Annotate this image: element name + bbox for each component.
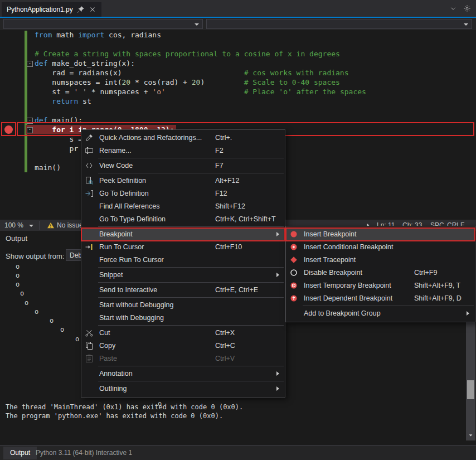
menu-icon-empty — [85, 255, 94, 264]
menu-item-annotation[interactable]: Annotation — [81, 367, 285, 380]
code-line[interactable]: -def make_dot_string(x): — [0, 59, 476, 68]
menu-item-find-all-references[interactable]: Find All ReferencesShift+F12 — [81, 200, 285, 213]
navigation-bar — [0, 18, 476, 30]
menu-shortcut: Ctrl+V — [215, 355, 235, 362]
menu-item-label: Cut — [99, 329, 110, 337]
menu-shortcut: F7 — [215, 162, 224, 170]
code-text: # Create a string with spaces proportion… — [35, 49, 340, 59]
menu-shortcut: Ctrl+. — [215, 134, 232, 142]
code-text: def make_dot_string(x): — [35, 59, 135, 68]
menu-item-rename[interactable]: Rename...F2 — [81, 144, 285, 157]
menu-shortcut: Alt+F12 — [215, 177, 239, 185]
menu-item-start-with-debugging[interactable]: Start with Debugging — [81, 312, 285, 325]
menu-item-label: Go To Type Definition — [99, 215, 166, 223]
menu-item-disable-breakpoint[interactable]: Disable BreakpointCtrl+F9 — [286, 267, 475, 279]
document-tab-title: PythonApplication1.py — [7, 6, 73, 13]
menu-item-label: Outlining — [99, 385, 127, 393]
submenu-arrow-icon — [276, 371, 279, 376]
close-icon[interactable] — [89, 6, 96, 13]
menu-item-label: Insert Breakpoint — [304, 230, 357, 238]
menu-item-add-to-breakpoint-group[interactable]: Add to Breakpoint Group — [286, 307, 475, 320]
menu-shortcut: F12 — [215, 190, 227, 197]
menu-item-peek-definition[interactable]: Peek DefinitionAlt+F12 — [81, 175, 285, 187]
menu-item-send-to-interactive[interactable]: Send to InteractiveCtrl+E, Ctrl+E — [81, 284, 285, 297]
menu-shortcut: Ctrl+F9 — [414, 269, 437, 277]
panel-tab-bar: Output Python 3.11 (64-bit) Interactive … — [0, 445, 476, 460]
menu-item-paste[interactable]: PasteCtrl+V — [81, 352, 285, 365]
menu-item-outlining[interactable]: Outlining — [81, 382, 285, 395]
menu-item-quick-actions-and-refactorings[interactable]: Quick Actions and Refactorings...Ctrl+. — [81, 132, 285, 144]
code-line[interactable]: rad = radians(x) # cos works with radian… — [0, 68, 476, 78]
code-line[interactable]: st = ' ' * numspaces + 'o' # Place 'o' a… — [0, 87, 476, 96]
menu-item-force-run-to-cursor[interactable]: Force Run To Cursor — [81, 254, 285, 267]
menu-item-label: Disable Breakpoint — [304, 269, 362, 277]
code-line[interactable]: # Create a string with spaces proportion… — [0, 49, 476, 59]
vs-window: { "window": { "doc_tab": "PythonApplicat… — [0, 0, 476, 460]
tracepoint-icon — [289, 255, 298, 264]
menu-item-label: Rename... — [99, 147, 132, 154]
dependent-breakpoint-icon — [289, 294, 298, 303]
menu-shortcut: Ctrl+K, Ctrl+Shift+T — [215, 215, 276, 223]
code-line[interactable]: return st — [0, 96, 476, 106]
menu-separator — [98, 226, 284, 227]
menu-item-label: Add to Breakpoint Group — [304, 309, 381, 317]
menu-item-insert-dependent-breakpoint[interactable]: Insert Dependent BreakpointShift+Alt+F9,… — [286, 292, 475, 305]
member-dropdown[interactable] — [206, 19, 472, 29]
code-text: numspaces = int(20 * cos(rad) + 20) # Sc… — [35, 78, 340, 87]
menu-shortcut: Shift+F12 — [215, 202, 245, 210]
menu-item-view-code[interactable]: View CodeF7 — [81, 159, 285, 172]
menu-item-snippet[interactable]: Snippet — [81, 269, 285, 282]
menu-separator — [303, 306, 474, 306]
menu-item-label: Run To Cursor — [99, 243, 144, 251]
menu-item-run-to-cursor[interactable]: Run To CursorCtrl+F10 — [81, 241, 285, 254]
submenu-arrow-icon — [276, 232, 279, 236]
output-panel-title: Output — [6, 234, 27, 243]
menu-item-copy[interactable]: CopyCtrl+C — [81, 340, 285, 352]
code-line[interactable] — [0, 40, 476, 49]
breakpoint-submenu: Insert BreakpointInsert Conditional Brea… — [285, 226, 475, 322]
gear-icon[interactable] — [463, 4, 470, 12]
go-to-definition-icon — [85, 189, 94, 198]
menu-item-insert-breakpoint[interactable]: Insert Breakpoint — [286, 228, 475, 241]
menu-item-insert-tracepoint[interactable]: Insert Tracepoint — [286, 254, 475, 267]
menu-shortcut: Shift+Alt+F9, D — [414, 294, 462, 302]
tab-output[interactable]: Output — [3, 447, 37, 459]
menu-item-go-to-definition[interactable]: Go To DefinitionF12 — [81, 187, 285, 200]
chevron-down-icon[interactable] — [449, 4, 456, 12]
menu-item-label: Start with Debugging — [99, 314, 164, 322]
code-line[interactable] — [0, 106, 476, 115]
menu-separator — [98, 158, 284, 158]
submenu-arrow-icon — [467, 311, 469, 316]
menu-item-insert-temporary-breakpoint[interactable]: Insert Temporary BreakpointShift+Alt+F9,… — [286, 279, 475, 292]
menu-item-insert-conditional-breakpoint[interactable]: Insert Conditional Breakpoint — [286, 241, 475, 254]
menu-separator — [98, 366, 284, 366]
annotation-box-gutter — [1, 122, 16, 136]
scroll-down-icon[interactable] — [467, 432, 474, 439]
menu-item-label: Insert Conditional Breakpoint — [304, 243, 394, 251]
menu-icon-empty — [85, 369, 94, 378]
zoom-control[interactable]: 100 % — [4, 221, 23, 229]
tab-python-interactive[interactable]: Python 3.11 (64-bit) Interactive 1 — [36, 449, 132, 457]
chevron-down-icon — [464, 23, 468, 26]
menu-icon-empty — [85, 270, 94, 279]
scope-dropdown[interactable] — [3, 19, 203, 29]
menu-icon-empty — [85, 230, 94, 239]
menu-item-label: Insert Dependent Breakpoint — [304, 294, 392, 302]
warning-icon[interactable] — [47, 221, 55, 229]
fold-marker[interactable]: - — [27, 61, 33, 67]
pin-icon[interactable] — [77, 6, 85, 13]
menu-separator — [98, 325, 284, 326]
code-line[interactable]: from math import cos, radians — [0, 30, 476, 40]
scrollbar-thumb[interactable] — [467, 380, 474, 399]
document-tab[interactable]: PythonApplication1.py — [2, 2, 101, 17]
rename-icon — [85, 146, 94, 155]
output-wave-char: o — [16, 271, 20, 280]
menu-item-cut[interactable]: CutCtrl+X — [81, 327, 285, 340]
menu-item-breakpoint[interactable]: Breakpoint — [81, 228, 285, 241]
code-line[interactable]: numspaces = int(20 * cos(rad) + 20) # Sc… — [0, 78, 476, 87]
menu-item-go-to-type-definition[interactable]: Go To Type DefinitionCtrl+K, Ctrl+Shift+… — [81, 213, 285, 226]
menu-item-label: Snippet — [99, 271, 123, 279]
menu-icon-empty — [85, 215, 94, 224]
output-wave-char: o — [16, 280, 20, 289]
menu-item-start-without-debugging[interactable]: Start without Debugging — [81, 299, 285, 312]
